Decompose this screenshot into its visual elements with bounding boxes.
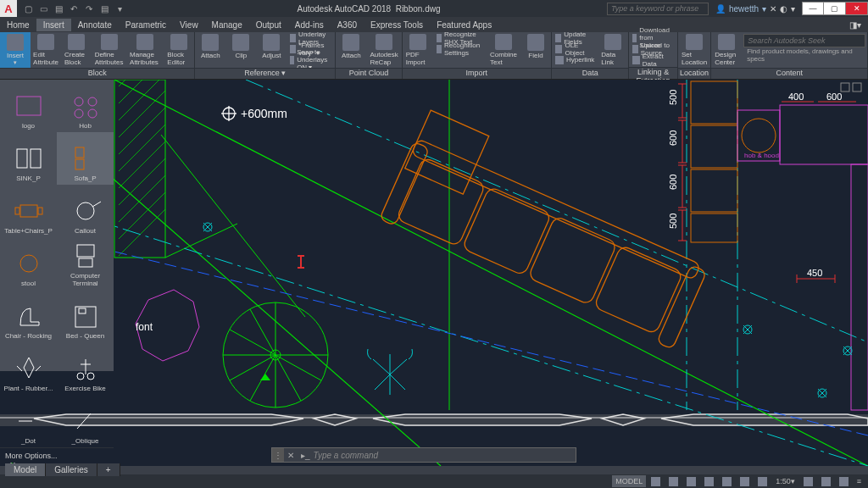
qat-plot-icon[interactable]: ▤	[98, 3, 110, 14]
tab-view[interactable]: View	[173, 19, 205, 31]
snap-underlays-button[interactable]: Snap to Underlays ON ▾	[287, 54, 335, 65]
recog-settings-button[interactable]: Recognition Settings	[433, 43, 487, 54]
qat-new-icon[interactable]: ▢	[22, 3, 34, 14]
status-osnap-icon[interactable]	[719, 475, 735, 487]
tab-model[interactable]: Model	[5, 463, 46, 476]
status-clean-icon[interactable]	[836, 475, 852, 487]
data-link-icon	[604, 34, 621, 50]
svg-rect-46	[380, 141, 430, 225]
tab-a360[interactable]: A360	[331, 19, 364, 31]
combine-text-button[interactable]: Combine Text	[487, 32, 520, 68]
create-block-button[interactable]: Create Block	[61, 32, 92, 68]
svg-point-15	[742, 119, 776, 152]
data-link-button[interactable]: Data Link	[598, 32, 628, 68]
design-center-button[interactable]: Design Center	[711, 32, 742, 68]
drawing-canvas[interactable]: hob & hood 500 600 600 500 400 600 450	[0, 80, 868, 466]
help-dropdown-icon[interactable]: ▾	[791, 4, 795, 14]
recap-button[interactable]: Autodesk ReCap	[366, 32, 401, 68]
svg-rect-79	[17, 97, 41, 115]
tab-home[interactable]: Home	[0, 19, 36, 31]
gallery-item-plant-rubber-[interactable]: Plant - Rubber...	[0, 342, 57, 395]
status-model-button[interactable]: MODEL	[612, 475, 646, 487]
field-button[interactable]: Field	[520, 32, 551, 68]
gallery-item-sofa-p[interactable]: Sofa_P	[57, 132, 114, 185]
more-options-button[interactable]: More Options...	[0, 447, 114, 463]
status-ortho-icon[interactable]	[683, 475, 699, 487]
qat-redo-icon[interactable]: ↷	[83, 3, 95, 14]
qat-save-icon[interactable]: ▤	[53, 3, 64, 14]
command-grip-icon[interactable]: ⋮	[272, 448, 284, 462]
ribbon-expand-icon[interactable]: ◨▾	[843, 19, 868, 31]
ole-button[interactable]: OLE Object	[552, 43, 598, 54]
gallery-item-computer-terminal[interactable]: Computer Terminal	[57, 237, 114, 290]
user-info[interactable]: 👤 hewetth ▾ ✕ ◐ ▾	[709, 4, 802, 14]
qat-dropdown-icon[interactable]: ▾	[114, 3, 125, 14]
tab-express[interactable]: Express Tools	[364, 19, 430, 31]
gallery-item-chair-rocking[interactable]: Chair - Rocking	[0, 290, 57, 342]
status-iso-icon[interactable]	[818, 475, 834, 487]
svg-text:font: font	[136, 321, 153, 333]
attach-pc-button[interactable]: Attach	[336, 32, 366, 68]
tab-manage[interactable]: Manage	[205, 19, 249, 31]
define-attributes-button[interactable]: Define Attributes	[92, 32, 126, 68]
svg-rect-87	[75, 159, 84, 169]
command-line[interactable]: ⋮ ✕ ▸_ Type a command	[271, 447, 576, 463]
gallery-item-sink-p[interactable]: SINK_P	[0, 132, 57, 185]
insert-block-button[interactable]: Insert▾	[0, 32, 31, 68]
gallery-item-hob[interactable]: Hob	[57, 80, 114, 132]
svg-rect-11	[691, 125, 737, 168]
tab-insert[interactable]: Insert	[36, 19, 71, 31]
ribbon-tabs: Home Insert Annotate Parametric View Man…	[0, 17, 868, 32]
tab-featured[interactable]: Featured Apps	[430, 19, 498, 31]
tab-annotate[interactable]: Annotate	[71, 19, 119, 31]
block-gallery-panel: logoHobSINK_PSofa_PTable+Chairs_PCallout…	[0, 80, 114, 371]
hyperlink-button[interactable]: Hyperlink	[552, 54, 598, 65]
tab-galleries[interactable]: Galleries	[46, 463, 97, 476]
a360-icon[interactable]: ◐	[780, 4, 787, 14]
gallery-item--oblique[interactable]: _Oblique	[57, 395, 114, 447]
attach-button[interactable]: Attach	[195, 32, 225, 68]
gallery-item--dot[interactable]: _Dot	[0, 395, 57, 447]
svg-point-99	[87, 373, 94, 380]
gallery-item-table-chairs-p[interactable]: Table+Chairs_P	[0, 185, 57, 237]
svg-text:600: 600	[826, 92, 842, 102]
gallery-item-logo[interactable]: logo	[0, 80, 57, 132]
status-snap-icon[interactable]	[665, 475, 682, 487]
close-button[interactable]: ✕	[846, 2, 868, 15]
gallery-item-callout[interactable]: Callout	[57, 185, 114, 237]
gallery-item-stool[interactable]: stool	[0, 237, 57, 290]
qat-open-icon[interactable]: ▭	[37, 3, 49, 14]
set-location-button[interactable]: Set Location	[678, 32, 710, 68]
gallery-item-exercise-bike[interactable]: Exercise Bike	[57, 342, 114, 395]
underlay-layers-icon	[290, 34, 296, 42]
maximize-button[interactable]: ▢	[824, 2, 846, 15]
pdf-import-button[interactable]: PDF Import	[403, 32, 433, 68]
tab-add[interactable]: +	[97, 463, 120, 476]
manage-attributes-button[interactable]: Manage Attributes	[126, 32, 164, 68]
adjust-button[interactable]: Adjust	[256, 32, 287, 68]
block-editor-button[interactable]: Block Editor	[164, 32, 194, 68]
status-customize-icon[interactable]: ≡	[854, 475, 865, 487]
status-polar-icon[interactable]	[701, 475, 717, 487]
status-gear-icon[interactable]	[754, 475, 771, 487]
tab-output[interactable]: Output	[249, 19, 288, 31]
status-anno-icon[interactable]	[800, 475, 816, 487]
exchange-icon[interactable]: ✕	[770, 4, 776, 14]
clip-button[interactable]: Clip	[225, 32, 256, 68]
help-search-input[interactable]	[607, 3, 709, 15]
tab-parametric[interactable]: Parametric	[119, 19, 173, 31]
gallery-item-bed-queen[interactable]: Bed - Queen	[57, 290, 114, 342]
extract-button[interactable]: Extract Data	[629, 54, 677, 65]
status-lwt-icon[interactable]	[737, 475, 753, 487]
seek-search-input[interactable]	[743, 34, 865, 47]
minimize-button[interactable]: —	[802, 2, 824, 15]
edit-attribute-button[interactable]: Edit Attribute	[31, 32, 61, 68]
qat-undo-icon[interactable]: ↶	[68, 3, 80, 14]
app-logo[interactable]: A	[0, 0, 17, 17]
tab-addins[interactable]: Add-ins	[288, 19, 331, 31]
block-editor-icon	[170, 34, 187, 50]
ribbon-panel-block: Insert▾ Edit Attribute Create Block Defi…	[0, 32, 195, 79]
status-grid-icon[interactable]	[648, 475, 664, 487]
ole-icon	[555, 45, 562, 53]
status-scale[interactable]: 1:50▾	[772, 475, 798, 487]
